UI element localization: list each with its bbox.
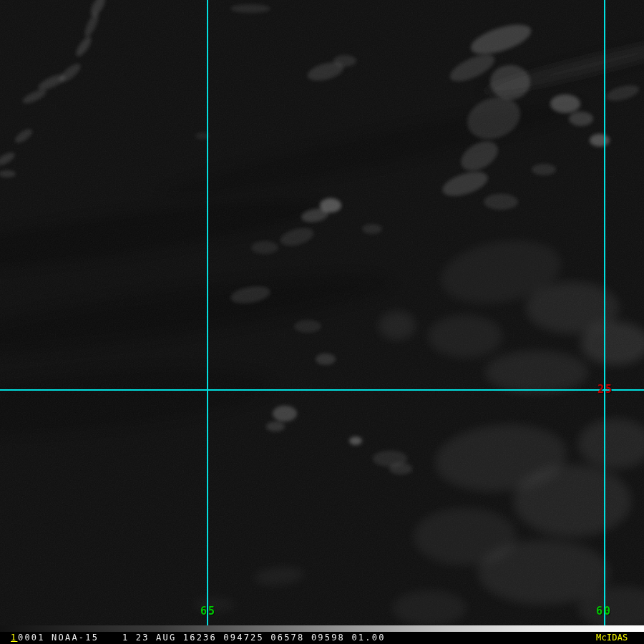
- gridline-longitude-60: [604, 0, 605, 632]
- longitude-label-60: 60: [596, 606, 612, 616]
- image-info-text: 1 23 AUG 16236 094725 06578 09598 01.00: [122, 632, 386, 644]
- gridline-longitude-65: [207, 0, 208, 632]
- gridline-latitude-25: [0, 389, 644, 391]
- satellite-image[interactable]: [0, 0, 644, 632]
- grayscale-brightness-bar: [0, 625, 644, 632]
- status-bar: 1 0001 NOAA-15 1 23 AUG 16236 094725 065…: [0, 632, 644, 644]
- latitude-label: 25: [597, 384, 613, 394]
- mcidas-brand-label: McIDAS: [596, 632, 628, 644]
- frame-number: 1: [11, 632, 17, 644]
- dataset-satellite-label: 0001 NOAA-15: [18, 632, 99, 644]
- mcidas-image-window: 25 65 60 1 0001 NOAA-15 1 23 AUG 16236 0…: [0, 0, 644, 644]
- longitude-label-65: 65: [200, 606, 216, 616]
